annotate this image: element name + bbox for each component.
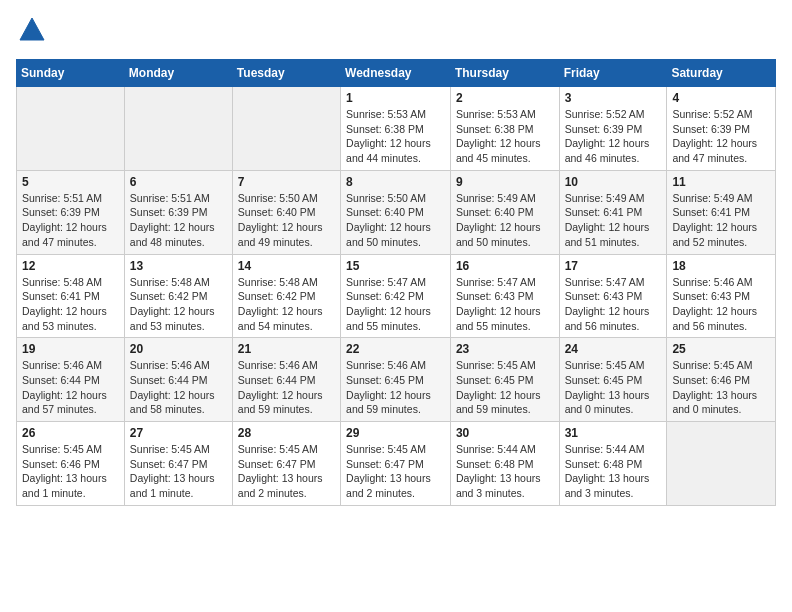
day-info: Sunrise: 5:53 AMSunset: 6:38 PMDaylight:…	[346, 107, 445, 166]
day-info: Sunrise: 5:52 AMSunset: 6:39 PMDaylight:…	[565, 107, 662, 166]
day-info: Sunrise: 5:44 AMSunset: 6:48 PMDaylight:…	[456, 442, 554, 501]
week-row-5: 26Sunrise: 5:45 AMSunset: 6:46 PMDayligh…	[17, 422, 776, 506]
logo-icon	[18, 16, 46, 44]
day-number: 31	[565, 426, 662, 440]
day-number: 5	[22, 175, 119, 189]
day-info: Sunrise: 5:46 AMSunset: 6:44 PMDaylight:…	[130, 358, 227, 417]
day-info: Sunrise: 5:49 AMSunset: 6:41 PMDaylight:…	[565, 191, 662, 250]
day-cell: 13Sunrise: 5:48 AMSunset: 6:42 PMDayligh…	[124, 254, 232, 338]
day-number: 2	[456, 91, 554, 105]
day-info: Sunrise: 5:48 AMSunset: 6:41 PMDaylight:…	[22, 275, 119, 334]
day-number: 9	[456, 175, 554, 189]
day-number: 24	[565, 342, 662, 356]
day-cell: 27Sunrise: 5:45 AMSunset: 6:47 PMDayligh…	[124, 422, 232, 506]
day-info: Sunrise: 5:45 AMSunset: 6:45 PMDaylight:…	[565, 358, 662, 417]
day-number: 14	[238, 259, 335, 273]
day-info: Sunrise: 5:47 AMSunset: 6:43 PMDaylight:…	[456, 275, 554, 334]
day-cell: 1Sunrise: 5:53 AMSunset: 6:38 PMDaylight…	[341, 87, 451, 171]
weekday-header-friday: Friday	[559, 60, 667, 87]
day-cell: 18Sunrise: 5:46 AMSunset: 6:43 PMDayligh…	[667, 254, 776, 338]
day-cell: 26Sunrise: 5:45 AMSunset: 6:46 PMDayligh…	[17, 422, 125, 506]
day-cell: 8Sunrise: 5:50 AMSunset: 6:40 PMDaylight…	[341, 170, 451, 254]
day-info: Sunrise: 5:50 AMSunset: 6:40 PMDaylight:…	[346, 191, 445, 250]
day-cell: 24Sunrise: 5:45 AMSunset: 6:45 PMDayligh…	[559, 338, 667, 422]
day-number: 27	[130, 426, 227, 440]
day-cell: 3Sunrise: 5:52 AMSunset: 6:39 PMDaylight…	[559, 87, 667, 171]
weekday-header-wednesday: Wednesday	[341, 60, 451, 87]
day-number: 25	[672, 342, 770, 356]
day-cell: 10Sunrise: 5:49 AMSunset: 6:41 PMDayligh…	[559, 170, 667, 254]
weekday-header-tuesday: Tuesday	[232, 60, 340, 87]
day-number: 17	[565, 259, 662, 273]
day-info: Sunrise: 5:51 AMSunset: 6:39 PMDaylight:…	[130, 191, 227, 250]
day-number: 12	[22, 259, 119, 273]
calendar-table: SundayMondayTuesdayWednesdayThursdayFrid…	[16, 59, 776, 506]
day-cell: 6Sunrise: 5:51 AMSunset: 6:39 PMDaylight…	[124, 170, 232, 254]
day-number: 23	[456, 342, 554, 356]
logo-text	[16, 16, 46, 49]
day-info: Sunrise: 5:50 AMSunset: 6:40 PMDaylight:…	[238, 191, 335, 250]
day-cell	[124, 87, 232, 171]
day-cell: 17Sunrise: 5:47 AMSunset: 6:43 PMDayligh…	[559, 254, 667, 338]
day-cell	[17, 87, 125, 171]
day-number: 26	[22, 426, 119, 440]
weekday-header-sunday: Sunday	[17, 60, 125, 87]
day-number: 29	[346, 426, 445, 440]
day-cell: 12Sunrise: 5:48 AMSunset: 6:41 PMDayligh…	[17, 254, 125, 338]
week-row-2: 5Sunrise: 5:51 AMSunset: 6:39 PMDaylight…	[17, 170, 776, 254]
day-info: Sunrise: 5:46 AMSunset: 6:44 PMDaylight:…	[238, 358, 335, 417]
day-cell: 15Sunrise: 5:47 AMSunset: 6:42 PMDayligh…	[341, 254, 451, 338]
day-info: Sunrise: 5:48 AMSunset: 6:42 PMDaylight:…	[130, 275, 227, 334]
day-info: Sunrise: 5:45 AMSunset: 6:45 PMDaylight:…	[456, 358, 554, 417]
day-number: 10	[565, 175, 662, 189]
day-number: 22	[346, 342, 445, 356]
weekday-header-thursday: Thursday	[450, 60, 559, 87]
day-number: 18	[672, 259, 770, 273]
day-info: Sunrise: 5:47 AMSunset: 6:43 PMDaylight:…	[565, 275, 662, 334]
day-number: 30	[456, 426, 554, 440]
weekday-header-saturday: Saturday	[667, 60, 776, 87]
day-cell: 19Sunrise: 5:46 AMSunset: 6:44 PMDayligh…	[17, 338, 125, 422]
day-info: Sunrise: 5:52 AMSunset: 6:39 PMDaylight:…	[672, 107, 770, 166]
weekday-header-monday: Monday	[124, 60, 232, 87]
day-number: 8	[346, 175, 445, 189]
day-info: Sunrise: 5:45 AMSunset: 6:47 PMDaylight:…	[130, 442, 227, 501]
day-cell: 29Sunrise: 5:45 AMSunset: 6:47 PMDayligh…	[341, 422, 451, 506]
day-number: 3	[565, 91, 662, 105]
day-cell: 4Sunrise: 5:52 AMSunset: 6:39 PMDaylight…	[667, 87, 776, 171]
page-header	[16, 16, 776, 49]
day-cell: 2Sunrise: 5:53 AMSunset: 6:38 PMDaylight…	[450, 87, 559, 171]
day-number: 20	[130, 342, 227, 356]
day-number: 6	[130, 175, 227, 189]
day-cell: 20Sunrise: 5:46 AMSunset: 6:44 PMDayligh…	[124, 338, 232, 422]
day-info: Sunrise: 5:48 AMSunset: 6:42 PMDaylight:…	[238, 275, 335, 334]
day-cell: 5Sunrise: 5:51 AMSunset: 6:39 PMDaylight…	[17, 170, 125, 254]
day-cell: 30Sunrise: 5:44 AMSunset: 6:48 PMDayligh…	[450, 422, 559, 506]
day-info: Sunrise: 5:44 AMSunset: 6:48 PMDaylight:…	[565, 442, 662, 501]
day-cell: 28Sunrise: 5:45 AMSunset: 6:47 PMDayligh…	[232, 422, 340, 506]
day-info: Sunrise: 5:45 AMSunset: 6:46 PMDaylight:…	[22, 442, 119, 501]
svg-marker-0	[20, 18, 44, 40]
day-cell: 23Sunrise: 5:45 AMSunset: 6:45 PMDayligh…	[450, 338, 559, 422]
day-info: Sunrise: 5:49 AMSunset: 6:40 PMDaylight:…	[456, 191, 554, 250]
day-number: 1	[346, 91, 445, 105]
weekday-header-row: SundayMondayTuesdayWednesdayThursdayFrid…	[17, 60, 776, 87]
day-info: Sunrise: 5:53 AMSunset: 6:38 PMDaylight:…	[456, 107, 554, 166]
week-row-4: 19Sunrise: 5:46 AMSunset: 6:44 PMDayligh…	[17, 338, 776, 422]
day-info: Sunrise: 5:45 AMSunset: 6:47 PMDaylight:…	[346, 442, 445, 501]
day-cell: 7Sunrise: 5:50 AMSunset: 6:40 PMDaylight…	[232, 170, 340, 254]
day-number: 11	[672, 175, 770, 189]
logo	[16, 16, 46, 49]
day-number: 4	[672, 91, 770, 105]
day-info: Sunrise: 5:46 AMSunset: 6:45 PMDaylight:…	[346, 358, 445, 417]
day-cell: 31Sunrise: 5:44 AMSunset: 6:48 PMDayligh…	[559, 422, 667, 506]
day-cell: 22Sunrise: 5:46 AMSunset: 6:45 PMDayligh…	[341, 338, 451, 422]
day-cell: 16Sunrise: 5:47 AMSunset: 6:43 PMDayligh…	[450, 254, 559, 338]
day-info: Sunrise: 5:46 AMSunset: 6:44 PMDaylight:…	[22, 358, 119, 417]
day-number: 19	[22, 342, 119, 356]
day-number: 15	[346, 259, 445, 273]
day-cell: 11Sunrise: 5:49 AMSunset: 6:41 PMDayligh…	[667, 170, 776, 254]
day-info: Sunrise: 5:45 AMSunset: 6:47 PMDaylight:…	[238, 442, 335, 501]
day-info: Sunrise: 5:51 AMSunset: 6:39 PMDaylight:…	[22, 191, 119, 250]
day-cell: 25Sunrise: 5:45 AMSunset: 6:46 PMDayligh…	[667, 338, 776, 422]
